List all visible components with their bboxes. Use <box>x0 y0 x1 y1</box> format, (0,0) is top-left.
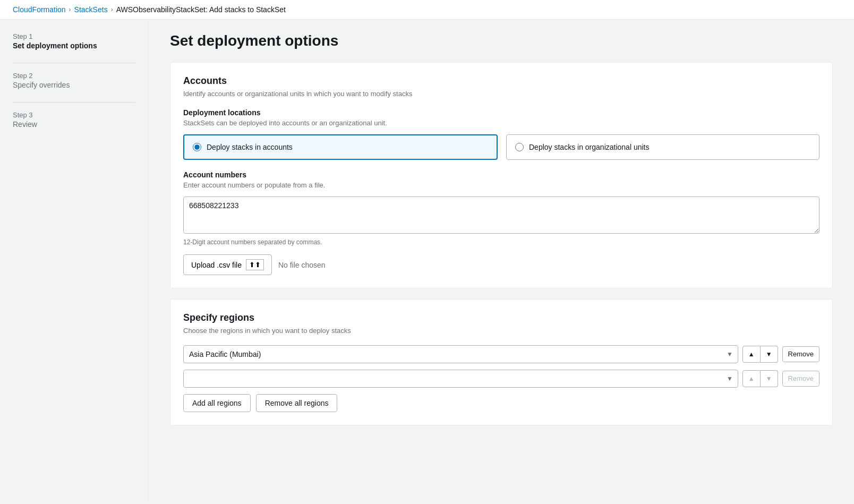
region-select-wrapper-1: Asia Pacific (Mumbai) US East (N. Virgin… <box>183 345 738 363</box>
account-numbers-label: Account numbers <box>183 170 819 179</box>
account-numbers-textarea[interactable] <box>183 197 819 234</box>
sidebar-step-3: Step 3 Review <box>13 111 135 129</box>
region-controls-2: ▲ ▼ <box>742 370 778 387</box>
region-up-button-2[interactable]: ▲ <box>742 370 761 387</box>
regions-card: Specify regions Choose the regions in wh… <box>170 299 833 425</box>
sidebar-step-2: Step 2 Specify overrides <box>13 72 135 89</box>
deployment-locations-hint: StackSets can be deployed into accounts … <box>183 119 819 127</box>
upload-csv-button[interactable]: Upload .csv file ⬆ <box>183 254 272 275</box>
region-actions: Add all regions Remove all regions <box>183 394 819 412</box>
region-remove-button-2[interactable]: Remove <box>782 371 819 387</box>
regions-card-subtitle: Choose the regions in which you want to … <box>183 327 819 335</box>
region-row-2: US East (N. Virginia) US West (Oregon) E… <box>183 370 819 388</box>
deploy-org-units-label: Deploy stacks in organizational units <box>529 143 649 151</box>
accounts-card-title: Accounts <box>183 75 819 87</box>
no-file-text: No file chosen <box>278 261 326 269</box>
breadcrumb-cloudformation[interactable]: CloudFormation <box>13 5 66 14</box>
breadcrumb: CloudFormation › StackSets › AWSObservab… <box>0 0 854 20</box>
add-all-regions-button[interactable]: Add all regions <box>183 394 251 412</box>
page-title: Set deployment options <box>170 32 833 49</box>
region-remove-button-1[interactable]: Remove <box>782 346 819 363</box>
region-select-wrapper-2: US East (N. Virginia) US West (Oregon) E… <box>183 370 738 388</box>
accounts-card-subtitle: Identify accounts or organizational unit… <box>183 90 819 98</box>
deploy-accounts-radio[interactable] <box>193 143 201 151</box>
sidebar-step-2-label: Step 2 <box>13 72 135 80</box>
breadcrumb-current: AWSObservabilityStackSet: Add stacks to … <box>116 5 286 14</box>
breadcrumb-sep-2: › <box>111 6 113 13</box>
sidebar: Step 1 Set deployment options Step 2 Spe… <box>0 20 149 501</box>
deploy-accounts-label: Deploy stacks in accounts <box>207 143 293 151</box>
accounts-card: Accounts Identify accounts or organizati… <box>170 62 833 288</box>
sidebar-step-3-title: Review <box>13 120 135 129</box>
region-down-button-2[interactable]: ▼ <box>761 370 778 387</box>
breadcrumb-stacksets[interactable]: StackSets <box>74 5 108 14</box>
deployment-locations-label: Deployment locations <box>183 108 819 117</box>
region-controls-1: ▲ ▼ <box>742 346 778 363</box>
region-up-button-1[interactable]: ▲ <box>742 346 761 363</box>
deploy-org-units-radio[interactable] <box>515 143 524 151</box>
sidebar-step-1: Step 1 Set deployment options <box>13 32 135 50</box>
deploy-accounts-option[interactable]: Deploy stacks in accounts <box>183 134 498 160</box>
deployment-options: Deploy stacks in accounts Deploy stacks … <box>183 134 819 160</box>
remove-all-regions-button[interactable]: Remove all regions <box>256 394 338 412</box>
sidebar-divider-2 <box>13 102 135 102</box>
regions-card-title: Specify regions <box>183 312 819 323</box>
sidebar-step-1-label: Step 1 <box>13 32 135 40</box>
main-content: Set deployment options Accounts Identify… <box>149 20 854 501</box>
account-numbers-hint-above: Enter account numbers or populate from a… <box>183 181 819 189</box>
region-row-1: Asia Pacific (Mumbai) US East (N. Virgin… <box>183 345 819 363</box>
breadcrumb-sep-1: › <box>69 6 71 13</box>
account-numbers-hint-below: 12-Digit account numbers separated by co… <box>183 238 819 246</box>
sidebar-divider-1 <box>13 63 135 63</box>
upload-icon: ⬆ <box>246 259 264 270</box>
region-down-button-1[interactable]: ▼ <box>761 346 778 363</box>
sidebar-step-1-title: Set deployment options <box>13 41 135 50</box>
upload-btn-label: Upload .csv file <box>191 261 242 269</box>
upload-row: Upload .csv file ⬆ No file chosen <box>183 254 819 275</box>
sidebar-step-2-title: Specify overrides <box>13 81 135 89</box>
region-select-1[interactable]: Asia Pacific (Mumbai) US East (N. Virgin… <box>183 345 738 363</box>
sidebar-step-3-label: Step 3 <box>13 111 135 119</box>
region-select-2[interactable]: US East (N. Virginia) US West (Oregon) E… <box>183 370 738 388</box>
deploy-org-units-option[interactable]: Deploy stacks in organizational units <box>506 134 819 160</box>
